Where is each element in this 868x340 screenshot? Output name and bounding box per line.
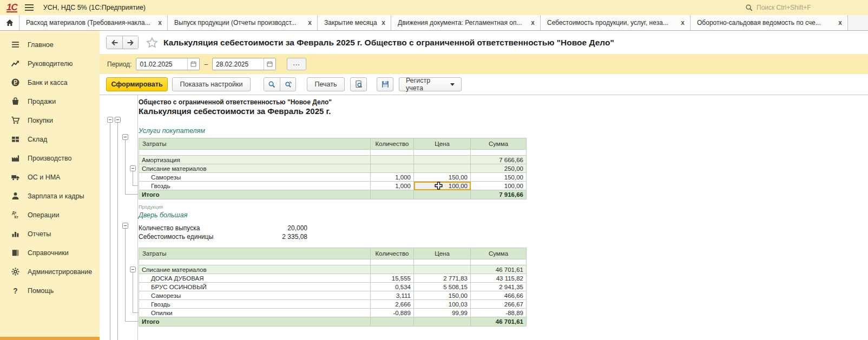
- search-input[interactable]: [757, 4, 854, 11]
- cost-item-label[interactable]: Итого: [139, 190, 371, 199]
- show-settings-button[interactable]: Показать настройки: [172, 77, 251, 91]
- cost-item-label[interactable]: ДОСКА ДУБОВАЯ: [139, 274, 371, 283]
- cost-item-label[interactable]: Списание материалов: [139, 265, 371, 274]
- close-tab-icon[interactable]: x: [837, 19, 843, 26]
- cost-item-label[interactable]: Гвоздь: [139, 182, 371, 190]
- table-row[interactable]: Саморезы1,000150,00150,00: [139, 173, 527, 182]
- cell-sum[interactable]: 466,66: [471, 291, 527, 300]
- cost-item-label[interactable]: Саморезы: [139, 173, 371, 182]
- cell-sum[interactable]: -88,89: [471, 309, 527, 317]
- cell-sum[interactable]: 46 701,61: [471, 317, 527, 326]
- collapse-group-icon[interactable]: [115, 117, 121, 123]
- cell-price[interactable]: 150,00: [414, 173, 471, 182]
- tab-3[interactable]: Движения документа: Регламентная оп...x: [391, 15, 541, 30]
- close-tab-icon[interactable]: x: [530, 19, 536, 26]
- cell-sum[interactable]: 7 666,66: [471, 156, 527, 164]
- cell-price[interactable]: 100,00: [414, 182, 471, 190]
- back-button[interactable]: [107, 36, 122, 49]
- cost-item-label[interactable]: Гвоздь: [139, 300, 371, 309]
- sidebar-item-3[interactable]: Продажи: [0, 92, 100, 111]
- cell-qty[interactable]: [371, 156, 414, 164]
- table-row[interactable]: Списание материалов46 701,61: [139, 265, 527, 274]
- services-cost-table[interactable]: ЗатратыКоличествоЦенаСуммаАмортизация7 6…: [139, 138, 527, 199]
- sidebar-item-6[interactable]: Производство: [0, 149, 100, 168]
- cell-qty[interactable]: [371, 190, 414, 199]
- sidebar-item-2[interactable]: РБанк и касса: [0, 73, 100, 92]
- collapse-group-icon[interactable]: [130, 266, 136, 272]
- cost-item-label[interactable]: Саморезы: [139, 291, 371, 300]
- cell-price[interactable]: [414, 190, 471, 199]
- cost-item-label[interactable]: БРУС ОСИНОВЫЙ: [139, 283, 371, 291]
- cell-sum[interactable]: 7 916,66: [471, 190, 527, 199]
- tab-0[interactable]: Расход материалов (Требования-накла...x: [19, 15, 168, 30]
- period-from-input[interactable]: [136, 61, 187, 68]
- register-menu-button[interactable]: Регистр учета: [399, 77, 462, 91]
- cell-qty[interactable]: [371, 164, 414, 173]
- tab-5[interactable]: Оборотно-сальдовая ведомость по сче...x: [691, 15, 848, 30]
- sidebar-item-10[interactable]: Отчеты: [0, 224, 100, 243]
- sidebar-item-13[interactable]: ?Помощь: [0, 281, 100, 300]
- cell-qty[interactable]: 2,666: [371, 300, 414, 309]
- table-row[interactable]: Гвоздь2,666100,03266,67: [139, 300, 527, 309]
- period-to-field[interactable]: [212, 58, 276, 70]
- cell-qty[interactable]: [371, 265, 414, 274]
- cell-qty[interactable]: 15,555: [371, 274, 414, 283]
- cell-price[interactable]: 100,03: [414, 300, 471, 309]
- period-to-input[interactable]: [213, 61, 264, 68]
- collapse-group-icon[interactable]: [122, 134, 128, 140]
- close-tab-icon[interactable]: x: [380, 19, 386, 26]
- save-button[interactable]: [377, 77, 393, 91]
- sidebar-item-11[interactable]: Справочники: [0, 243, 100, 262]
- sidebar-item-4[interactable]: Покупки: [0, 111, 100, 130]
- cost-item-label[interactable]: Списание материалов: [139, 164, 371, 173]
- home-tab[interactable]: [0, 15, 19, 30]
- sidebar-item-5[interactable]: Склад: [0, 130, 100, 149]
- cell-price[interactable]: 2 771,83: [414, 274, 471, 283]
- table-row[interactable]: Опилки-0,88999,99-88,89: [139, 309, 527, 317]
- find-button[interactable]: [264, 78, 280, 91]
- sidebar-item-12[interactable]: Администрирование: [0, 262, 100, 281]
- table-row[interactable]: Итого7 916,66: [139, 190, 527, 199]
- sidebar-item-1[interactable]: Руководителю: [0, 54, 100, 73]
- sidebar-item-8[interactable]: Зарплата и кадры: [0, 186, 100, 205]
- period-more-button[interactable]: ...: [287, 58, 306, 70]
- global-search[interactable]: [745, 4, 862, 12]
- cell-price[interactable]: 99,99: [414, 309, 471, 317]
- close-tab-icon[interactable]: x: [307, 19, 313, 26]
- cell-qty[interactable]: 1,000: [371, 173, 414, 182]
- close-tab-icon[interactable]: x: [157, 19, 163, 26]
- main-menu-icon[interactable]: [25, 4, 35, 11]
- calendar-icon[interactable]: [187, 58, 199, 70]
- table-row[interactable]: Гвоздь1,000100,00100,00: [139, 182, 527, 190]
- cell-qty[interactable]: 0,534: [371, 283, 414, 291]
- collapse-group-icon[interactable]: [130, 165, 136, 171]
- cell-price[interactable]: [414, 317, 471, 326]
- cost-item-label[interactable]: Амортизация: [139, 156, 371, 164]
- cell-price[interactable]: [414, 265, 471, 274]
- cell-qty[interactable]: -0,889: [371, 309, 414, 317]
- tab-4[interactable]: Себестоимость продукции, услуг, неза...x: [541, 15, 691, 30]
- calendar-icon[interactable]: [264, 58, 275, 70]
- collapse-group-icon[interactable]: [107, 117, 113, 123]
- cell-sum[interactable]: 2 941,35: [471, 283, 527, 291]
- table-row[interactable]: БРУС ОСИНОВЫЙ0,5345 508,152 941,35: [139, 283, 527, 291]
- cost-item-label[interactable]: Опилки: [139, 309, 371, 317]
- sidebar-item-0[interactable]: Главное: [0, 35, 100, 54]
- forward-button[interactable]: [122, 36, 138, 49]
- cell-qty[interactable]: 3,111: [371, 291, 414, 300]
- tab-2[interactable]: Закрытие месяцаx: [318, 15, 391, 30]
- tab-1[interactable]: Выпуск продукции (Отчеты производст...x: [168, 15, 318, 30]
- cell-price[interactable]: 5 508,15: [414, 283, 471, 291]
- favorite-star-icon[interactable]: [146, 37, 158, 49]
- find-next-button[interactable]: [280, 78, 295, 91]
- close-tab-icon[interactable]: x: [680, 19, 686, 26]
- cost-item-label[interactable]: Итого: [139, 317, 371, 326]
- cell-qty[interactable]: [371, 317, 414, 326]
- cell-price[interactable]: [414, 164, 471, 173]
- sidebar-item-9[interactable]: ДтКтОперации: [0, 205, 100, 224]
- cell-price[interactable]: 150,00: [414, 291, 471, 300]
- product-cost-table[interactable]: ЗатратыКоличествоЦенаСуммаСписание матер…: [139, 248, 527, 326]
- table-row[interactable]: Амортизация7 666,66: [139, 156, 527, 164]
- cell-sum[interactable]: 266,67: [471, 300, 527, 309]
- cell-price[interactable]: [414, 156, 471, 164]
